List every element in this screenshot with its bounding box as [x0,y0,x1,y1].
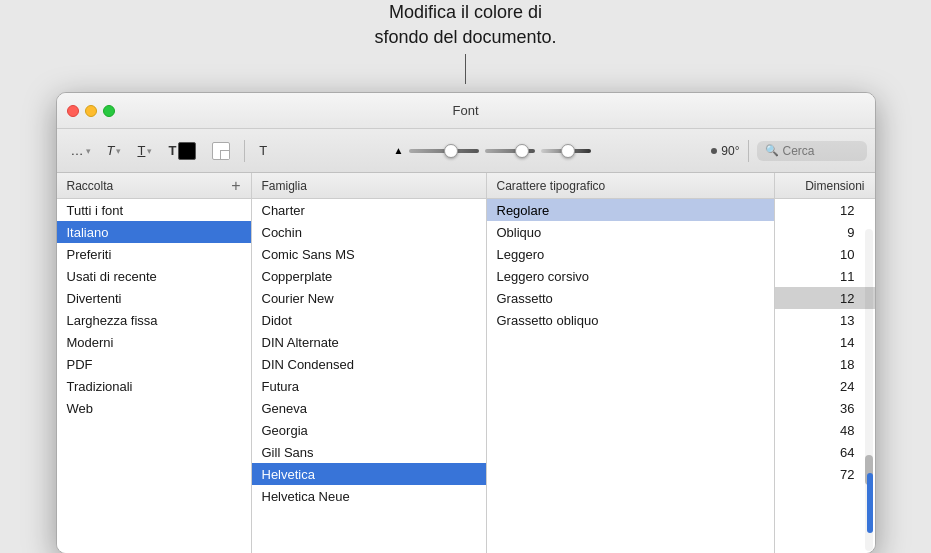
famiglia-header: Famiglia [252,173,486,199]
dimensioni-column: Dimensioni 1291011121314182436486472 [775,173,875,553]
list-item[interactable]: Web [57,397,251,419]
slider-thumb-2[interactable] [515,144,529,158]
list-item[interactable]: Comic Sans MS [252,243,486,265]
list-item[interactable]: Divertenti [57,287,251,309]
maximize-button[interactable] [103,105,115,117]
toolbar-divider-2 [748,140,749,162]
bullet-icon [711,148,717,154]
window-title: Font [452,103,478,118]
dim-item[interactable]: 13 [775,309,875,331]
slider-track-3[interactable] [541,149,591,153]
dim-item[interactable]: 24 [775,375,875,397]
dim-item[interactable]: 48 [775,419,875,441]
degree-value: 90° [721,144,739,158]
text-color-button[interactable]: T [162,139,202,163]
dimensioni-header: Dimensioni [775,173,875,199]
list-item[interactable]: Helvetica [252,463,486,485]
dim-item[interactable]: 11 [775,265,875,287]
main-content: Raccolta + Tutti i fontItalianoPreferiti… [57,173,875,553]
list-item[interactable]: Preferiti [57,243,251,265]
text-format-button[interactable]: T ▾ [131,140,158,161]
list-item[interactable]: Italiano [57,221,251,243]
list-item[interactable]: Obliquo [487,221,774,243]
dim-item[interactable]: 10 [775,243,875,265]
list-item[interactable]: Leggero corsivo [487,265,774,287]
scrollbar-thumb-blue[interactable] [867,473,873,533]
list-item[interactable]: DIN Alternate [252,331,486,353]
font-window: Font … ▾ T ▾ T ▾ T [56,92,876,553]
slider-track-1[interactable] [409,149,479,153]
toolbar: … ▾ T ▾ T ▾ T T ▲ [57,129,875,173]
list-item[interactable]: Helvetica Neue [252,485,486,507]
list-item[interactable]: Cochin [252,221,486,243]
dimensioni-label: Dimensioni [805,179,864,193]
dim-item[interactable]: 64 [775,441,875,463]
close-button[interactable] [67,105,79,117]
text-color-swatch [178,142,196,160]
tooltip-pointer [465,54,466,84]
dim-item[interactable]: 72 [775,463,875,485]
raccolta-column: Raccolta + Tutti i fontItalianoPreferiti… [57,173,252,553]
slider-group: ▲ [277,145,707,156]
tooltip-line1: Modifica il colore di [374,0,556,25]
chevron-down-icon: ▾ [86,146,91,156]
actions-label: … [71,143,84,158]
carattere-label: Carattere tipografico [497,179,606,193]
dim-item[interactable]: 18 [775,353,875,375]
doc-color-button[interactable] [206,139,236,163]
raccolta-list: Tutti i fontItalianoPreferitiUsati di re… [57,199,251,553]
text-color-label: T [168,143,176,158]
slider-track-2[interactable] [485,149,535,153]
carattere-header: Carattere tipografico [487,173,774,199]
search-icon: 🔍 [765,144,779,157]
traffic-lights [67,105,115,117]
actions-button[interactable]: … ▾ [65,140,97,161]
list-item[interactable]: Gill Sans [252,441,486,463]
list-item[interactable]: Usati di recente [57,265,251,287]
add-collection-button[interactable]: + [231,178,240,194]
list-item[interactable]: Leggero [487,243,774,265]
chevron-down-icon-3: ▾ [147,146,152,156]
size-label: T [259,143,267,158]
tooltip: Modifica il colore di sfondo del documen… [374,0,556,84]
list-item[interactable]: Georgia [252,419,486,441]
slider-thumb-3[interactable] [561,144,575,158]
raccolta-header: Raccolta + [57,173,251,199]
dim-item[interactable]: 36 [775,397,875,419]
dim-item[interactable]: 14 [775,331,875,353]
list-item[interactable]: Tradizionali [57,375,251,397]
dim-item-current[interactable]: 12 [775,199,875,221]
slider-thumb-1[interactable] [444,144,458,158]
list-item[interactable]: PDF [57,353,251,375]
size-button[interactable]: T [253,140,273,161]
text-style-button[interactable]: T ▾ [101,140,128,161]
doc-color-swatch [212,142,230,160]
list-item[interactable]: Grassetto obliquo [487,309,774,331]
famiglia-list: CharterCochinComic Sans MSCopperplateCou… [252,199,486,553]
list-item[interactable]: Regolare [487,199,774,221]
list-item[interactable]: Futura [252,375,486,397]
toolbar-divider-1 [244,140,245,162]
dim-item[interactable]: 9 [775,221,875,243]
list-item[interactable]: Didot [252,309,486,331]
list-item[interactable]: Charter [252,199,486,221]
list-item[interactable]: Geneva [252,397,486,419]
carattere-column: Carattere tipografico RegolareObliquoLeg… [487,173,775,553]
list-item[interactable]: Moderni [57,331,251,353]
list-item[interactable]: Grassetto [487,287,774,309]
list-item[interactable]: Courier New [252,287,486,309]
raccolta-label: Raccolta [67,179,114,193]
dimensioni-list: 1291011121314182436486472 [775,199,875,553]
search-box[interactable]: 🔍 [757,141,867,161]
minimize-button[interactable] [85,105,97,117]
list-item[interactable]: Tutti i font [57,199,251,221]
titlebar: Font [57,93,875,129]
famiglia-label: Famiglia [262,179,307,193]
search-input[interactable] [783,144,863,158]
list-item[interactable]: DIN Condensed [252,353,486,375]
list-item[interactable]: Larghezza fissa [57,309,251,331]
list-item[interactable]: Copperplate [252,265,486,287]
tooltip-line2: sfondo del documento. [374,25,556,50]
dim-item[interactable]: 12 [775,287,875,309]
text-style-label: T [107,143,115,158]
